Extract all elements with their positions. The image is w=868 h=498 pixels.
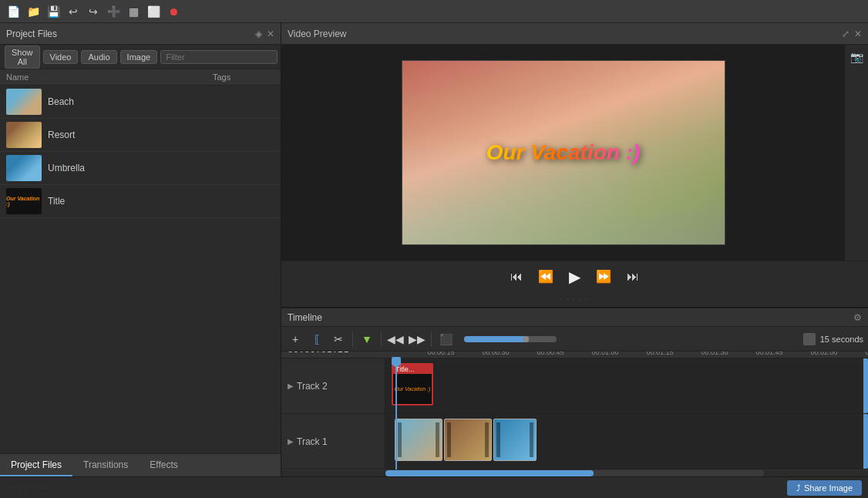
list-item[interactable]: Our Vacation :) Title (0, 185, 281, 218)
column-tags: Tags (213, 72, 274, 82)
tab-project-files[interactable]: Project Files (0, 455, 72, 476)
add-button[interactable]: ➕ (105, 3, 122, 20)
effects-button[interactable]: ⬜ (145, 3, 162, 20)
title-clip[interactable]: Title... Our Vacation :) (392, 363, 433, 405)
step-back-button[interactable]: ⏪ (535, 268, 557, 285)
record-button[interactable]: ⏺ (165, 3, 182, 20)
right-panel: Video Preview ⤢ ✕ Our Vacation :) 📷 ⏮ ⏪ … (281, 23, 868, 476)
tracks-container: ▶ Track 2 Title... Our Vacation :) (281, 358, 868, 469)
timeline-scrollbar (281, 469, 868, 476)
scroll-thumb (385, 470, 594, 476)
redo-button[interactable]: ↪ (85, 3, 102, 20)
video-content: Our Vacation :) (402, 61, 725, 244)
play-button[interactable]: ▶ (566, 266, 584, 288)
track-row-track1: ▶ Track 1 (281, 414, 868, 469)
audio-filter-button[interactable]: Audio (81, 50, 116, 64)
image-filter-button[interactable]: Image (120, 50, 158, 64)
transition-button[interactable]: ▦ (125, 3, 142, 20)
title-clip-text: Our Vacation :) (395, 386, 431, 392)
expand-icon[interactable]: ⤢ (842, 29, 849, 39)
auto-button[interactable]: ⬛ (436, 330, 455, 348)
new-file-button[interactable]: 📄 (5, 3, 22, 20)
left-panel: Project Files ◈ ✕ Show All Video Audio I… (0, 23, 281, 476)
undo-button[interactable]: ↩ (65, 3, 82, 20)
toolbar-separator (352, 331, 353, 347)
zoom-seconds-label: 15 seconds (803, 333, 863, 345)
title-clip-header: Title... (393, 365, 432, 374)
dropdown-button[interactable]: ▼ (358, 330, 376, 348)
title-clip-body: Our Vacation :) (393, 374, 432, 404)
rewind-to-start-button[interactable]: ⏮ (507, 268, 526, 285)
resort-filmstrip (445, 419, 491, 460)
preview-header-icons: ⤢ ✕ (842, 29, 862, 39)
tab-effects[interactable]: Effects (139, 455, 188, 476)
right-top: Our Vacation :) 📷 (281, 45, 868, 261)
save-button[interactable]: 💾 (45, 3, 62, 20)
file-thumbnail-title: Our Vacation :) (6, 188, 42, 214)
timeline-settings-icon[interactable]: ⚙ (853, 312, 862, 323)
zoom-bar[interactable] (464, 336, 557, 342)
filter-bar: Show All Video Audio Image ✕ (0, 45, 281, 69)
snap-button[interactable]: ⟦ (308, 330, 326, 348)
track1-content (385, 414, 868, 469)
ruler-mark-8: 00:02:15 (865, 352, 868, 356)
list-item[interactable]: Resort (0, 119, 281, 152)
close-icon[interactable]: ✕ (267, 29, 274, 39)
timeline-toolbar: + ⟦ ✂ ▼ ◀◀ ▶▶ ⬛ 15 seconds (281, 327, 868, 352)
bottom-tabs: Project Files Transitions Effects (0, 453, 281, 476)
track1-collapse-icon[interactable]: ▶ (288, 437, 294, 446)
preview-close-icon[interactable]: ✕ (854, 29, 862, 39)
track2-content: Title... Our Vacation :) (385, 358, 868, 413)
track2-collapse-icon[interactable]: ▶ (288, 382, 294, 390)
beach-filmstrip (395, 419, 442, 460)
ruler-mark-5: 00:01:30 (701, 352, 728, 356)
tab-transitions[interactable]: Transitions (72, 455, 139, 476)
ruler-mark-4: 00:01:15 (646, 352, 673, 356)
preview-header: Video Preview ⤢ ✕ (281, 23, 868, 45)
preview-title: Video Preview (288, 29, 347, 39)
resort-clip[interactable] (444, 419, 492, 461)
beach-clip[interactable] (395, 419, 442, 461)
video-overlay-text: Our Vacation :) (486, 140, 641, 165)
timeline-timecode: 00:00:01:21 (288, 352, 348, 355)
prev-marker-button[interactable]: ◀◀ (386, 330, 405, 348)
list-item[interactable]: Umbrella (0, 152, 281, 185)
seconds-box-icon (803, 333, 816, 345)
file-name-beach: Beach (48, 96, 74, 107)
show-all-button[interactable]: Show All (5, 45, 40, 69)
open-button[interactable]: 📁 (25, 3, 42, 20)
track2-label: ▶ Track 2 (281, 358, 385, 413)
preview-wrapper: Our Vacation :) (281, 45, 845, 261)
step-forward-button[interactable]: ⏩ (593, 268, 614, 285)
zoom-fill (464, 336, 529, 342)
scroll-right-indicator-track1 (863, 414, 868, 469)
file-name-umbrella: Umbrella (48, 163, 85, 173)
camera-icon[interactable]: 📷 (850, 51, 863, 63)
list-item[interactable]: Beach (0, 86, 281, 119)
filter-input[interactable] (160, 50, 278, 64)
scroll-track[interactable] (385, 470, 764, 476)
file-thumbnail-umbrella (6, 155, 42, 181)
pin-icon[interactable]: ◈ (255, 29, 262, 39)
skip-to-end-button[interactable]: ⏭ (624, 268, 642, 285)
preview-bottom: · · · · · (281, 291, 868, 307)
umbrella-filmstrip (494, 419, 536, 460)
project-files-title: Project Files (6, 29, 57, 39)
bottom-drag-dots: · · · · · · · (6, 484, 49, 491)
cut-button[interactable]: ✂ (329, 330, 348, 348)
playhead[interactable] (395, 358, 397, 469)
top-toolbar: 📄 📁 💾 ↩ ↪ ➕ ▦ ⬜ ⏺ (0, 0, 868, 23)
timeline-content: 00:00:01:21 00:00:15 00:00:30 00:00:45 0… (281, 352, 868, 476)
next-marker-button[interactable]: ▶▶ (408, 330, 426, 348)
track1-label: ▶ Track 1 (281, 414, 385, 469)
preview-controls: ⏮ ⏪ ▶ ⏩ ⏭ (281, 261, 868, 291)
file-name-title: Title (48, 196, 65, 207)
ruler-mark-1: 00:00:30 (482, 352, 509, 356)
umbrella-clip[interactable] (493, 419, 537, 461)
zoom-handle (523, 336, 529, 342)
timeline-ruler: 00:00:01:21 00:00:15 00:00:30 00:00:45 0… (281, 352, 868, 358)
share-image-button[interactable]: ⤴ Share Image (787, 480, 862, 496)
main-area: Project Files ◈ ✕ Show All Video Audio I… (0, 23, 868, 476)
add-clip-button[interactable]: + (286, 330, 304, 348)
video-filter-button[interactable]: Video (43, 50, 79, 64)
